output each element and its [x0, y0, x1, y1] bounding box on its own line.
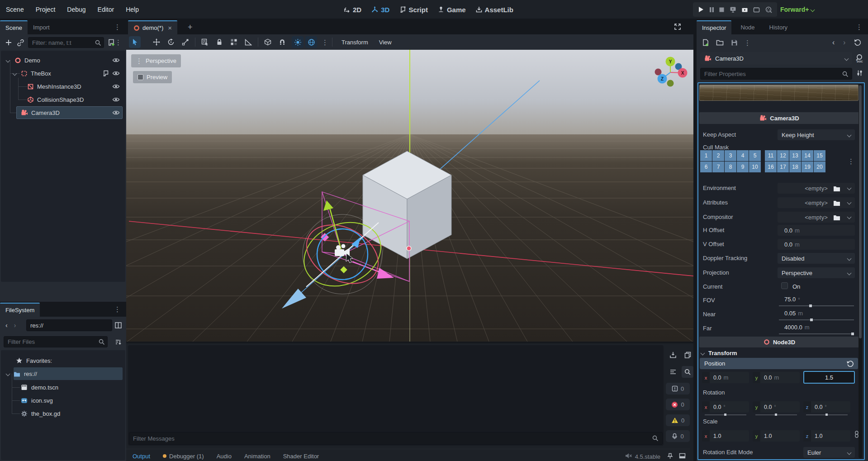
message-count-badge[interactable]: 0	[666, 383, 690, 394]
scrollbar-thumb[interactable]	[859, 85, 862, 338]
rotation-x-field[interactable]: x 0.0°	[702, 401, 749, 413]
environment-toggle-button[interactable]	[305, 36, 317, 48]
object-history-icon[interactable]	[854, 39, 861, 46]
move-tool-button[interactable]	[151, 36, 162, 48]
tree-node-thebox[interactable]: TheBox	[1, 67, 125, 80]
projection-dropdown[interactable]: Perspective	[778, 267, 855, 278]
cull-mask-cell[interactable]: 13	[789, 150, 801, 161]
path-bar[interactable]: res://	[26, 319, 112, 331]
load-resource-button[interactable]	[716, 39, 724, 46]
workspace-assetlib[interactable]: AssetLib	[476, 6, 513, 14]
rotation-z-slider[interactable]	[806, 414, 848, 415]
position-property-row[interactable]: Position	[700, 358, 858, 369]
scene-dock-menu-icon[interactable]: ⋮	[114, 24, 121, 30]
play-scene-button[interactable]	[741, 6, 748, 13]
cull-mask-cell[interactable]: 7	[712, 162, 724, 172]
fov-slider[interactable]	[779, 305, 854, 306]
remote-debug-button[interactable]	[730, 6, 736, 13]
camera3d-section-header[interactable]: Camera3D	[699, 112, 859, 124]
pin-panel-icon[interactable]	[667, 453, 673, 461]
sun-toggle-button[interactable]	[292, 36, 304, 48]
cull-mask-menu-icon[interactable]: ⋮	[848, 158, 854, 165]
workspace-2d[interactable]: 2D	[344, 6, 361, 14]
transform-group-header[interactable]: Transform	[701, 350, 737, 356]
perspective-dropdown[interactable]: ⋮ Perspective	[131, 54, 181, 67]
position-z-field-editing[interactable]	[803, 371, 855, 384]
cull-mask-cell[interactable]: 1	[700, 150, 712, 161]
cull-mask-cell[interactable]: 12	[777, 150, 789, 161]
cull-mask-cell[interactable]: 4	[737, 150, 749, 161]
drag-handle-icon[interactable]: ⋮	[136, 57, 142, 64]
workspace-game[interactable]: Game	[438, 6, 466, 14]
cull-mask-cell[interactable]: 14	[802, 150, 813, 161]
resource-menu-icon[interactable]: ⋮	[744, 39, 751, 46]
scale-y-field[interactable]: y 1.0	[753, 430, 800, 442]
revert-icon[interactable]	[847, 361, 854, 367]
new-tab-icon[interactable]: +	[188, 23, 193, 32]
close-tab-icon[interactable]: ×	[168, 24, 172, 32]
property-filter-input[interactable]	[700, 68, 852, 80]
log-search-button[interactable]	[682, 366, 693, 378]
menu-debug[interactable]: Debug	[61, 6, 91, 13]
fov-field[interactable]: 75.0°	[778, 295, 855, 304]
file-row-the-box-gd[interactable]: the_box.gd	[1, 407, 125, 420]
select-tool-button[interactable]	[129, 36, 141, 48]
scale-x-field[interactable]: x 1.0	[702, 430, 749, 442]
open-docs-icon[interactable]: DOC	[855, 54, 864, 63]
collapse-icon[interactable]	[6, 58, 10, 62]
tree-node-collisionshape3d[interactable]: CollisionShape3D	[1, 93, 125, 106]
collapse-icon[interactable]	[13, 71, 17, 76]
rotation-z-field[interactable]: z 0.0°	[803, 401, 850, 413]
tab-debugger[interactable]: Debugger (1)	[157, 453, 210, 460]
attached-script-icon[interactable]	[103, 70, 109, 78]
rotation-y-field[interactable]: y 0.0°	[753, 401, 800, 413]
tab-import[interactable]: Import	[28, 20, 55, 34]
cull-mask-cell[interactable]: 17	[777, 162, 789, 172]
viewport-3d[interactable]: Y X Z	[126, 50, 693, 342]
rotate-tool-button[interactable]	[165, 36, 177, 48]
tab-history[interactable]: History	[764, 20, 793, 34]
add-node-button[interactable]	[5, 39, 12, 46]
tree-node-camera3d[interactable]: Camera3D	[1, 106, 125, 119]
folder-icon[interactable]	[833, 214, 840, 220]
file-row-demo-tscn[interactable]: demo.tscn	[1, 381, 125, 394]
file-row-root[interactable]: res://	[1, 367, 125, 380]
origin-handle[interactable]	[407, 246, 411, 251]
clear-log-button[interactable]	[669, 352, 677, 358]
split-view-icon[interactable]	[115, 322, 122, 328]
cull-mask-cell[interactable]: 10	[749, 162, 761, 172]
h-offset-field[interactable]: 0.0m	[778, 225, 855, 236]
scale-z-field[interactable]: z 1.0	[803, 430, 850, 442]
cull-mask-cell[interactable]: 6	[700, 162, 712, 172]
list-select-button[interactable]	[199, 36, 211, 48]
cull-mask-cell[interactable]: 11	[765, 150, 777, 161]
scale-tool-button[interactable]	[180, 36, 191, 48]
movie-maker-button[interactable]	[765, 6, 772, 13]
camera-preview-toggle[interactable]: Preview	[133, 71, 172, 83]
cull-mask-cell[interactable]: 16	[765, 162, 777, 172]
copy-log-button[interactable]	[684, 352, 691, 358]
instance-scene-button[interactable]	[17, 39, 24, 46]
position-x-field[interactable]: x 0.0m	[702, 372, 749, 383]
camera-preview-button[interactable]	[262, 36, 274, 48]
ruler-mode-button[interactable]	[242, 36, 254, 48]
history-forward-icon[interactable]: ›	[843, 38, 845, 47]
tab-animation[interactable]: Animation	[238, 453, 277, 460]
snap-toggle-button[interactable]	[276, 36, 288, 48]
error-count-badge[interactable]: 0	[666, 399, 690, 410]
visibility-eye-icon[interactable]	[112, 110, 120, 117]
tab-filesystem[interactable]: FileSystem	[0, 303, 40, 317]
visibility-eye-icon[interactable]	[112, 97, 120, 104]
inspector-dock-menu-icon[interactable]: ⋮	[856, 24, 863, 30]
folder-icon[interactable]	[833, 200, 840, 206]
scene-filter-input[interactable]	[28, 37, 104, 48]
message-filter-input[interactable]	[129, 432, 663, 445]
inspector-scrollbar[interactable]	[859, 84, 862, 458]
edit-count-badge[interactable]: 0	[666, 430, 690, 442]
near-field[interactable]: 0.05m	[778, 309, 855, 318]
property-tools-icon[interactable]	[856, 70, 863, 76]
cull-mask-cell[interactable]: 18	[789, 162, 801, 172]
attributes-resource[interactable]: <empty>	[778, 197, 855, 208]
expand-panel-icon[interactable]	[679, 453, 686, 460]
tab-output[interactable]: Output	[126, 453, 157, 460]
